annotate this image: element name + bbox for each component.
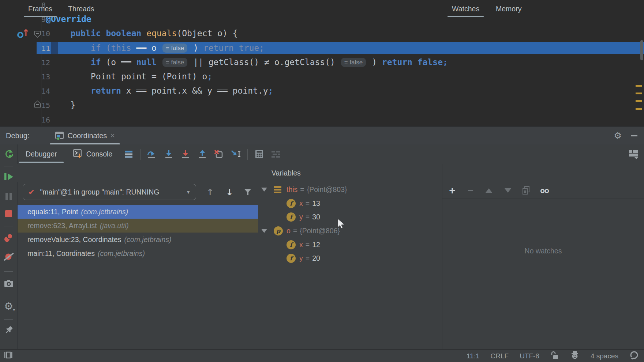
force-step-into-icon[interactable] <box>179 149 192 160</box>
toolwindow-switcher-icon[interactable] <box>4 351 13 361</box>
hide-toolwindow-icon[interactable] <box>631 135 637 136</box>
show-watches-in-variables-icon[interactable]: oo <box>538 185 551 196</box>
code-line[interactable]: 9@Override <box>0 12 644 26</box>
line-separator[interactable]: CRLF <box>491 352 509 360</box>
line-number[interactable]: 16 <box>41 116 50 124</box>
variable-row[interactable]: fx=13 <box>258 197 441 211</box>
code-segment: } <box>50 100 75 110</box>
code-segment: if (this <box>50 43 136 53</box>
mute-breakpoints-button[interactable] <box>0 251 17 262</box>
gear-icon[interactable]: ⚙ <box>614 131 622 141</box>
indent-setting[interactable]: 4 spaces <box>591 352 618 360</box>
code-segment <box>157 57 162 67</box>
move-watch-up-icon-disabled[interactable] <box>482 185 495 196</box>
next-frame-button[interactable]: ↓ <box>223 186 236 198</box>
execution-arrow-icon: ↑ <box>22 27 30 38</box>
warning-stripe[interactable] <box>636 100 642 102</box>
close-icon[interactable]: × <box>110 132 115 139</box>
unlocked-icon[interactable] <box>550 351 559 362</box>
inline-debugger-hint[interactable]: = false <box>341 58 366 67</box>
threads-view-icon[interactable] <box>123 149 135 160</box>
remove-watch-button-disabled[interactable]: − <box>464 185 477 196</box>
frame-row[interactable]: remove:623, ArrayList(java.util) <box>18 219 258 233</box>
rerun-button[interactable] <box>0 144 18 164</box>
fold-marker-end[interactable] <box>34 101 41 108</box>
rail-separator <box>4 271 13 272</box>
file-encoding[interactable]: UTF-8 <box>520 352 539 360</box>
add-watch-button[interactable]: + <box>446 185 459 196</box>
warning-stripe[interactable] <box>636 85 642 87</box>
run-to-cursor-icon[interactable] <box>230 149 242 160</box>
inline-debugger-hint[interactable]: = false <box>162 58 188 67</box>
variable-row[interactable]: fx=12 <box>258 238 441 252</box>
evaluate-expression-icon[interactable] <box>253 149 265 160</box>
code-line[interactable]: 16 <box>0 113 644 127</box>
warning-stripe[interactable] <box>636 108 642 110</box>
fold-marker-start[interactable] <box>34 31 41 38</box>
resume-button[interactable] <box>0 171 17 182</box>
code-line[interactable]: 10 public boolean equals(Object o) { <box>0 26 644 41</box>
code-editor[interactable]: 89@Override10 public boolean equals(Obje… <box>0 0 644 126</box>
pause-button-disabled[interactable] <box>0 191 17 202</box>
code-line[interactable]: 15 } <box>0 98 644 112</box>
pin-tab-button[interactable] <box>0 325 17 336</box>
code-line[interactable]: 12 if (o ══ null = false || getClass() ≠… <box>0 55 644 69</box>
frame-row[interactable]: main:11, Coordinates(com.jetbrains) <box>18 246 258 260</box>
variable-row[interactable]: fy=30 <box>258 210 441 224</box>
line-number[interactable]: 10 <box>41 29 50 38</box>
move-watch-down-icon-disabled[interactable] <box>501 185 514 196</box>
execution-point-icon[interactable]: ↑ <box>17 31 28 40</box>
status-bar: 11:1 CRLF UTF-8 4 spaces <box>0 349 644 362</box>
caret-position[interactable]: 11:1 <box>467 352 480 360</box>
line-number[interactable]: 12 <box>41 58 50 67</box>
line-number[interactable]: 13 <box>41 72 50 81</box>
expand-arrow-icon[interactable] <box>261 188 267 192</box>
tab-coordinates[interactable]: Coordinates × <box>50 127 120 145</box>
line-number[interactable]: 14 <box>41 87 50 95</box>
layout-settings-icon[interactable] <box>627 149 640 160</box>
gutter-separator <box>41 0 41 126</box>
variable-row[interactable]: this={Point@803} <box>258 183 441 197</box>
tab-threads[interactable]: Threads <box>68 0 94 18</box>
code-segment: (o ══ <box>101 57 136 67</box>
drop-frame-icon[interactable] <box>213 149 225 160</box>
view-breakpoints-button[interactable] <box>0 232 17 243</box>
variable-value: 30 <box>312 213 320 221</box>
variable-row[interactable]: fy=20 <box>258 252 441 265</box>
tab-frames[interactable]: Frames <box>28 0 52 18</box>
stop-button[interactable] <box>0 208 17 219</box>
editor-scrollbar[interactable] <box>640 40 643 60</box>
previous-frame-button[interactable]: ↑ <box>204 186 216 198</box>
frame-row[interactable]: equals:11, Point(com.jetbrains) <box>18 205 258 219</box>
inline-debugger-hint[interactable]: = false <box>162 44 188 53</box>
tab-watches[interactable]: Watches <box>452 0 479 18</box>
code-line[interactable]: 13 Point point = (Point) o; <box>0 69 644 84</box>
debug-toolwindow-header: Debug: Coordinates × ⚙ <box>0 126 644 145</box>
expand-arrow-icon[interactable] <box>261 229 267 233</box>
tab-console[interactable]: Console <box>65 144 121 164</box>
step-out-icon[interactable] <box>196 149 209 160</box>
thread-dump-camera-button[interactable] <box>0 278 17 289</box>
step-into-icon[interactable] <box>162 149 175 160</box>
variable-value: 12 <box>312 241 320 249</box>
variable-value: {Point@806} <box>300 227 340 235</box>
layout-restore-icon-disabled[interactable] <box>270 149 282 160</box>
code-line[interactable]: 8 <box>0 0 644 12</box>
hide-frames-filter-icon[interactable] <box>242 186 254 198</box>
duplicate-watch-icon-disabled[interactable] <box>520 185 533 196</box>
warning-stripe[interactable] <box>636 93 642 94</box>
code-line[interactable]: 11 if (this ══ o = false ) return true; <box>0 41 644 55</box>
inspections-hector-icon[interactable] <box>570 350 580 362</box>
tab-debugger[interactable]: Debugger <box>18 144 65 164</box>
line-number[interactable]: 11 <box>41 44 50 53</box>
debugger-settings-button[interactable]: ⚙ ▾ <box>0 301 17 312</box>
variable-row[interactable]: po={Point@806} <box>258 224 441 238</box>
code-line[interactable]: 14 return x ══ point.x && y ══ point.y; <box>0 84 644 98</box>
notifications-icon[interactable] <box>629 350 639 362</box>
line-number[interactable]: 15 <box>41 101 50 110</box>
thread-selector-dropdown[interactable]: ✔ "main"@1 in group "main": RUNNING ▼ <box>23 184 196 200</box>
step-over-icon[interactable] <box>146 149 158 160</box>
panel-divider[interactable] <box>442 164 442 349</box>
frame-row[interactable]: removeValue:23, Coordinates(com.jetbrain… <box>18 233 258 246</box>
tab-memory[interactable]: Memory <box>496 0 521 18</box>
